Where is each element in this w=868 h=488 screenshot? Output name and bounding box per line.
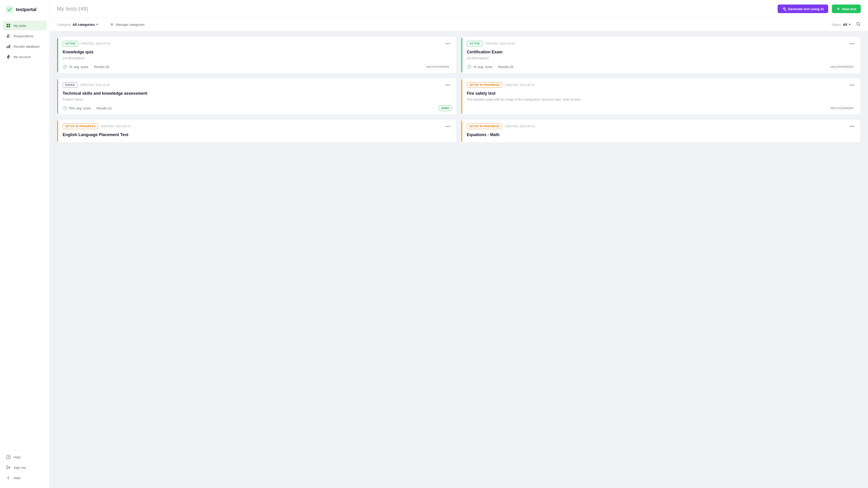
test-menu-button[interactable]: •••	[443, 123, 452, 129]
test-score: 🕐 75% avg. score	[63, 106, 91, 110]
tests-grid: ACTIVE CREATED: 2023-04-20 ••• Knowledge…	[50, 31, 868, 488]
sidebar-item-my-tests-label: My tests	[13, 24, 26, 28]
sidebar-nav: My tests Respondents Result	[0, 21, 50, 449]
sidebar-item-my-tests[interactable]: My tests	[3, 21, 47, 30]
test-card-body: English Language Placement Test	[57, 132, 456, 143]
status-filter: Status All	[831, 23, 851, 26]
avg-score-value: -%	[68, 65, 72, 69]
settings-icon	[110, 22, 114, 26]
card-accent	[57, 37, 58, 73]
grid-icon	[6, 23, 11, 28]
card-accent	[461, 120, 462, 143]
header-actions: Generate test using AI New test	[778, 4, 861, 13]
svg-rect-9	[9, 44, 10, 48]
status-dropdown[interactable]: All	[843, 23, 851, 26]
sidebar-item-help[interactable]: ? Help	[3, 452, 47, 462]
avg-score-label: avg. score	[478, 65, 493, 69]
test-card-body: Knowledge quiz (no description) 🕐 -% avg…	[57, 50, 456, 73]
sidebar-item-results-label: Results database	[13, 44, 40, 49]
chevron-down-icon	[96, 23, 99, 26]
test-menu-button[interactable]: •••	[848, 40, 856, 47]
test-menu-button[interactable]: •••	[443, 40, 452, 47]
status-badge: SETUP IN PROGRESS	[467, 124, 502, 129]
card-accent	[57, 78, 58, 115]
chevron-down-icon-2	[848, 23, 851, 26]
sidebar-item-respondents-label: Respondents	[13, 34, 33, 38]
test-card-technical-skills[interactable]: ENDED CREATED: 2022-10-20 ••• Technical …	[57, 78, 457, 115]
score-icon: 🕐	[467, 65, 471, 69]
page-title: My tests (49)	[57, 6, 88, 12]
category-filter: Category All categories	[57, 23, 99, 26]
category-tag: UNCATEGORIZED	[828, 105, 856, 111]
sidebar-item-results[interactable]: Results database	[3, 41, 47, 51]
category-tag: UNCATEGORIZED	[828, 64, 856, 70]
filter-bar: Category All categories Manage categorie…	[50, 18, 868, 31]
test-name: Knowledge quiz	[63, 50, 452, 55]
svg-point-5	[7, 35, 8, 36]
svg-rect-2	[8, 24, 10, 25]
svg-point-13	[857, 22, 860, 25]
card-accent	[57, 120, 58, 143]
test-card-header: ENDED CREATED: 2022-10-20 •••	[57, 78, 456, 91]
svg-rect-4	[8, 26, 10, 27]
test-name: Fire safety test	[467, 91, 856, 96]
category-dropdown[interactable]: All categories	[72, 23, 99, 26]
sidebar-item-account[interactable]: My account	[3, 52, 47, 61]
test-card-header: SETUP IN PROGRESS CREATED: 2022-09-14 ••…	[57, 120, 456, 132]
sidebar-item-help-label: Help	[13, 455, 21, 459]
sidebar-item-hide-label: Hide	[13, 476, 21, 480]
test-menu-button[interactable]: •••	[443, 82, 452, 88]
test-desc: (no description)	[467, 56, 856, 61]
test-menu-button[interactable]: •••	[848, 82, 856, 88]
new-test-button[interactable]: New test	[832, 4, 861, 13]
sidebar-item-hide[interactable]: Hide	[3, 473, 47, 483]
search-icon	[856, 22, 861, 26]
test-card-equations-math[interactable]: SETUP IN PROGRESS CREATED: 2022-09-14 ••…	[461, 119, 861, 143]
test-desc: Test question page with an image of fire…	[467, 97, 856, 102]
test-meta: UNCATEGORIZED	[467, 105, 856, 111]
test-card-knowledge-quiz[interactable]: ACTIVE CREATED: 2023-04-20 ••• Knowledge…	[57, 37, 457, 73]
test-card-english-placement[interactable]: SETUP IN PROGRESS CREATED: 2022-09-14 ••…	[57, 119, 457, 143]
test-desc: Product Demo	[63, 97, 452, 102]
avg-score-value: -%	[473, 65, 476, 69]
sidebar-bottom: ? Help Sign out Hide	[0, 452, 50, 483]
avg-score-label: avg. score	[76, 106, 91, 110]
card-accent	[461, 78, 462, 115]
test-results: Results (0)	[495, 65, 514, 69]
status-badge: SETUP IN PROGRESS	[467, 82, 502, 88]
generate-test-button[interactable]: Generate test using AI	[778, 4, 829, 13]
status-badge: ACTIVE	[467, 41, 483, 46]
test-name: Certification Exam	[467, 50, 856, 55]
score-icon: 🕐	[63, 106, 67, 110]
test-card-fire-safety[interactable]: SETUP IN PROGRESS CREATED: 2022-09-14 ••…	[461, 78, 861, 115]
test-card-certification-exam[interactable]: ACTIVE CREATED: 2023-04-04 ••• Certifica…	[461, 37, 861, 73]
test-name: English Language Placement Test	[63, 132, 452, 138]
filter-divider	[104, 22, 104, 27]
search-button[interactable]	[856, 22, 861, 27]
manage-categories-button[interactable]: Manage categories	[110, 22, 145, 26]
category-tag: DEMO	[439, 105, 452, 111]
sidebar: testportal My tests	[0, 0, 50, 488]
sidebar-item-signout-label: Sign out	[13, 466, 26, 469]
avg-score-label: avg. score	[74, 65, 88, 69]
svg-point-6	[9, 35, 10, 36]
svg-point-12	[112, 24, 113, 25]
test-card-header: SETUP IN PROGRESS CREATED: 2022-09-14 ••…	[461, 120, 861, 132]
page-header: My tests (49) Generate test using AI New…	[50, 0, 868, 18]
logo-icon	[5, 5, 13, 13]
test-created: CREATED: 2022-10-20	[81, 83, 110, 87]
test-menu-button[interactable]: •••	[848, 123, 856, 129]
test-card-body: Technical skills and knowledge assessmen…	[57, 91, 456, 115]
svg-rect-8	[8, 45, 9, 48]
test-created: CREATED: 2022-09-14	[505, 83, 534, 87]
sidebar-item-account-label: My account	[13, 55, 31, 59]
avg-score-value: 75%	[68, 106, 75, 110]
plus-icon	[836, 7, 840, 11]
svg-point-0	[5, 5, 13, 13]
test-meta: 🕐 -% avg. score Results (0) UNCATEGORIZE…	[467, 64, 856, 70]
chart-icon	[6, 44, 11, 49]
sidebar-item-signout[interactable]: Sign out	[3, 463, 47, 472]
test-created: CREATED: 2022-09-14	[505, 125, 534, 128]
sidebar-item-respondents[interactable]: Respondents	[3, 31, 47, 41]
test-card-body: Fire safety test Test question page with…	[461, 91, 861, 115]
